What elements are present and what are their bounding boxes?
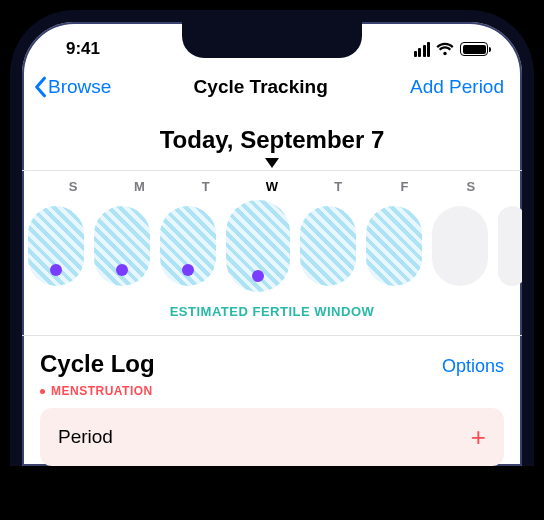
- day-oval[interactable]: [160, 206, 216, 286]
- weekday-letter: S: [438, 179, 504, 194]
- weekday-letter: T: [173, 179, 239, 194]
- today-pointer-icon: [22, 158, 522, 168]
- notch: [182, 22, 362, 58]
- volume-up-button: [10, 222, 11, 284]
- weekday-letter: F: [371, 179, 437, 194]
- ringer-switch: [10, 162, 11, 196]
- cellular-icon: [414, 42, 431, 57]
- day-oval[interactable]: [366, 206, 422, 286]
- add-period-button[interactable]: Add Period: [410, 76, 504, 98]
- back-button[interactable]: Browse: [32, 76, 111, 98]
- day-oval[interactable]: [300, 206, 356, 286]
- nav-title: Cycle Tracking: [194, 76, 328, 98]
- weekday-row: S M T W T F S: [22, 171, 522, 200]
- prediction-dot: [50, 264, 62, 276]
- status-time: 9:41: [66, 39, 100, 59]
- weekday-letter: W: [239, 179, 305, 194]
- fertile-window-caption: ESTIMATED FERTILE WINDOW: [22, 298, 522, 335]
- plus-icon: +: [471, 424, 486, 450]
- prediction-dot: [182, 264, 194, 276]
- nav-bar: Browse Cycle Tracking Add Period: [22, 76, 522, 112]
- menstruation-label: MENSTRUATION: [40, 384, 504, 398]
- options-button[interactable]: Options: [442, 356, 504, 377]
- volume-down-button: [10, 298, 11, 360]
- day-oval-next-peek[interactable]: [498, 206, 526, 286]
- weekday-letter: M: [106, 179, 172, 194]
- week-strip[interactable]: S M T W T F S ESTIMATED FERTILE WINDOW: [22, 170, 522, 335]
- prediction-dot: [116, 264, 128, 276]
- side-button: [533, 232, 534, 328]
- status-right: [414, 42, 489, 57]
- prediction-dot: [252, 270, 264, 282]
- day-oval[interactable]: [28, 206, 84, 286]
- cycle-log-section: Cycle Log Options MENSTRUATION Period +: [22, 335, 522, 466]
- cycle-log-title: Cycle Log: [40, 350, 155, 378]
- wifi-icon: [436, 42, 454, 56]
- day-oval-today[interactable]: [226, 200, 290, 292]
- date-heading: Today, September 7: [22, 126, 522, 154]
- day-oval[interactable]: [432, 206, 488, 286]
- back-label: Browse: [48, 76, 111, 98]
- battery-icon: [460, 42, 488, 56]
- period-row-label: Period: [58, 426, 113, 448]
- day-ovals-row: [22, 200, 522, 298]
- weekday-letter: T: [305, 179, 371, 194]
- day-oval[interactable]: [94, 206, 150, 286]
- period-row[interactable]: Period +: [40, 408, 504, 466]
- iphone-frame: 9:41 Browse Cycle Tracking Add Period To…: [10, 10, 534, 466]
- weekday-letter: S: [40, 179, 106, 194]
- chevron-left-icon: [32, 76, 48, 98]
